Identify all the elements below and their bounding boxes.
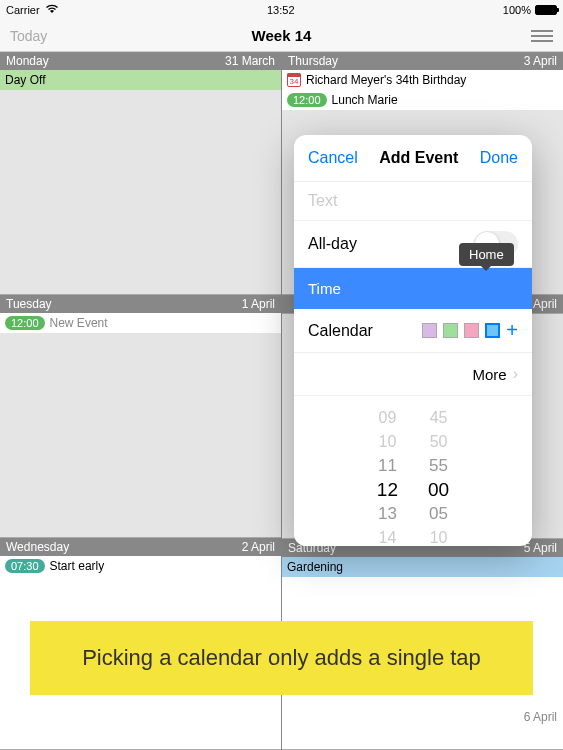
- more-button[interactable]: More ›: [294, 353, 532, 396]
- promo-caption: Picking a calendar only adds a single ta…: [30, 621, 533, 695]
- modal-title: Add Event: [379, 149, 458, 167]
- done-button[interactable]: Done: [480, 149, 518, 167]
- event-lunch[interactable]: 12:00 Lunch Marie: [282, 90, 563, 110]
- menu-icon[interactable]: [531, 30, 553, 42]
- event-gardening[interactable]: Gardening: [282, 557, 563, 577]
- cancel-button[interactable]: Cancel: [308, 149, 358, 167]
- calendar-tooltip: Home: [459, 243, 514, 266]
- event-birthday[interactable]: 34 Richard Meyer's 34th Birthday: [282, 70, 563, 90]
- time-row[interactable]: Time: [294, 268, 532, 309]
- status-bar: Carrier 13:52 100%: [0, 0, 563, 20]
- calendar-color-swatch[interactable]: [422, 323, 437, 338]
- calendar-color-swatch[interactable]: [485, 323, 500, 338]
- chevron-right-icon: ›: [513, 365, 518, 383]
- status-time: 13:52: [267, 4, 295, 16]
- calendar-icon: 34: [287, 73, 301, 87]
- calendar-row: Calendar +: [294, 309, 532, 353]
- event-day-off[interactable]: Day Off: [0, 70, 281, 90]
- wifi-icon: [45, 3, 59, 17]
- calendar-color-swatch[interactable]: [464, 323, 479, 338]
- carrier-label: Carrier: [6, 4, 40, 16]
- time-picker[interactable]: 09101112131415 45505500051015: [294, 396, 532, 546]
- nav-bar: Today Week 14: [0, 20, 563, 52]
- event-new-event[interactable]: 12:00 New Event: [0, 313, 281, 333]
- today-button[interactable]: Today: [10, 28, 47, 44]
- event-start-early[interactable]: 07:30 Start early: [0, 556, 281, 576]
- day-header-tuesday[interactable]: Tuesday 1 April: [0, 295, 281, 313]
- day-header-monday[interactable]: Monday 31 March: [0, 52, 281, 70]
- day-header-wednesday[interactable]: Wednesday 2 April: [0, 538, 281, 556]
- calendar-color-swatch[interactable]: [443, 323, 458, 338]
- battery-icon: [535, 5, 557, 15]
- add-event-modal: Cancel Add Event Done Text All-day Time …: [294, 135, 532, 546]
- day-header-thursday[interactable]: Thursday 3 April: [282, 52, 563, 70]
- event-text-input[interactable]: Text: [294, 182, 532, 221]
- page-title: Week 14: [252, 27, 312, 44]
- add-calendar-button[interactable]: +: [506, 319, 518, 342]
- battery-percent: 100%: [503, 4, 531, 16]
